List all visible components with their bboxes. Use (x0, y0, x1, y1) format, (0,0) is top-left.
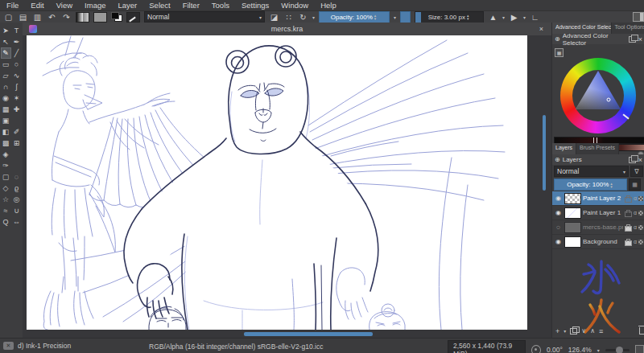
menu-file[interactable]: File (6, 1, 19, 10)
thumbnail-size-icon[interactable]: ▦ (629, 179, 641, 191)
zoom-value[interactable]: 126.4% (568, 346, 592, 353)
selector-settings-icon[interactable]: ▦ (555, 48, 564, 57)
tool-color-sampler-icon[interactable]: ✐ (11, 126, 22, 138)
layer-lock-icon[interactable] (625, 197, 632, 203)
menu-window[interactable]: Window (281, 1, 308, 10)
layer-name[interactable]: Background (583, 238, 623, 245)
brush-size-slider[interactable]: Size: 3.00 px ▴▾ (415, 11, 484, 23)
tool-gradient-icon[interactable]: ◧ (1, 126, 11, 138)
tool-freehand-path-icon[interactable]: ʃ (11, 81, 22, 92)
tool-multibrush-icon[interactable]: ✶ (11, 92, 22, 104)
tool-smart-patch-icon[interactable]: ⊞ (11, 138, 22, 149)
layer-thumbnail[interactable] (564, 193, 581, 204)
foreground-background-colors[interactable] (111, 12, 122, 22)
move-layer-up-icon[interactable]: ∧ (590, 327, 595, 335)
menu-image[interactable]: Image (85, 1, 105, 10)
color-wheel[interactable] (560, 58, 636, 133)
delete-layer-icon[interactable] (639, 327, 644, 335)
tool-magnetic-select-icon[interactable]: ∪ (11, 205, 22, 216)
tool-rectangle-icon[interactable]: ▭ (1, 59, 11, 70)
move-layer-down-icon[interactable]: ∨ (581, 327, 586, 335)
inherit-alpha-icon[interactable]: α (634, 195, 637, 201)
tool-calligraphy-icon[interactable]: ✒ (11, 36, 22, 47)
menu-settings[interactable]: Settings (242, 1, 269, 10)
layer-lock-icon[interactable] (625, 226, 632, 232)
tool-bezier-curve-icon[interactable]: ∩ (1, 81, 11, 92)
document-titlebar[interactable]: mercs.kra × (23, 23, 551, 35)
tab-layers[interactable]: Layers (552, 143, 576, 154)
reload-preset-icon[interactable]: ↻ (298, 12, 308, 22)
add-layer-button[interactable]: + (555, 327, 559, 335)
chevron-down-icon[interactable]: ▾ (394, 14, 396, 20)
layer-filter-icon[interactable]: ∇ (630, 166, 643, 177)
eraser-mode-icon[interactable]: ◪ (269, 12, 279, 22)
brush-editor-icon[interactable] (126, 12, 140, 23)
tool-polyline-icon[interactable]: ∿ (11, 70, 22, 81)
workspace-chooser-icon[interactable] (633, 12, 644, 22)
layer-properties-icon[interactable]: ≡ (599, 327, 603, 335)
close-icon[interactable]: × (638, 156, 642, 164)
preserve-alpha-icon[interactable]: ∷ (283, 12, 294, 22)
layer-opacity-slider[interactable]: Opacity: 100% ▴▾ (554, 179, 627, 191)
tool-bezier-select-icon[interactable]: ≈ (1, 205, 11, 216)
duplicate-layer-icon[interactable] (570, 328, 577, 335)
layer-lock-icon[interactable] (625, 240, 632, 246)
mirror-icon[interactable]: ▲ (488, 12, 498, 22)
brush-preset-label[interactable]: d) Ink-1 Precision (18, 342, 71, 350)
layer-thumbnail[interactable] (564, 222, 581, 233)
menu-select[interactable]: Select (149, 1, 170, 10)
menu-help[interactable]: Help (320, 1, 336, 10)
menu-edit[interactable]: Edit (31, 1, 43, 10)
alpha-lock-icon[interactable] (638, 211, 643, 215)
tool-pan-icon[interactable]: ⇔ (11, 216, 22, 228)
selection-indicator-icon[interactable]: ✕ (3, 342, 14, 350)
tool-ellipse-select-icon[interactable]: ◌ (11, 171, 22, 183)
chevron-down-icon[interactable]: ▾ (502, 14, 505, 20)
tool-magic-wand-select-icon[interactable]: ☆ (1, 194, 11, 205)
drawing-canvas[interactable] (27, 35, 527, 330)
chevron-down-icon[interactable]: ▾ (523, 14, 526, 20)
rotation-value[interactable]: 0.00° (547, 346, 563, 353)
colorspace-label[interactable]: RGB/Alpha (16-bit integer/channel) sRGB-… (149, 343, 323, 351)
layer-row[interactable]: ◌mercs-base.pngα (552, 220, 644, 235)
tool-edit-shapes-icon[interactable]: ↖ (1, 36, 11, 47)
layer-row[interactable]: ◉Paint Layer 1α (552, 206, 644, 220)
tool-select-shapes-icon[interactable]: ➤ (1, 25, 11, 36)
chevron-down-icon[interactable]: ▾ (564, 328, 566, 334)
inherit-alpha-icon[interactable]: α (634, 210, 637, 215)
vertical-scrollbar[interactable] (543, 115, 546, 191)
chevron-down-icon[interactable]: ▾ (597, 347, 600, 353)
tool-transform-icon[interactable]: ▦ (1, 104, 11, 115)
opacity-slider[interactable]: Opacity: 100% ▴▾ (319, 11, 390, 23)
tool-similar-select-icon[interactable]: ◎ (11, 194, 22, 205)
alpha-lock-icon[interactable] (638, 240, 643, 244)
layer-thumbnail[interactable] (564, 207, 581, 219)
undo-icon[interactable]: ↶ (47, 12, 57, 22)
pattern-swatch[interactable] (93, 12, 107, 23)
alpha-lock-icon[interactable] (638, 225, 643, 230)
layer-thumbnail[interactable] (564, 236, 581, 248)
tool-freehand-select-icon[interactable]: ϱ (11, 183, 22, 194)
alpha-lock-icon[interactable] (638, 196, 643, 201)
save-icon[interactable]: ▥ (32, 12, 43, 22)
color-selector-header[interactable]: ⊕ Advanced Color Selector × (552, 34, 644, 44)
inherit-alpha-icon[interactable]: α (634, 224, 637, 230)
visibility-eye-icon[interactable]: ◉ (554, 195, 563, 202)
canvas-only-mode-icon[interactable] (635, 345, 644, 353)
spinner-arrows-icon[interactable]: ▴▾ (465, 14, 471, 20)
tool-line-icon[interactable]: ╱ (11, 47, 22, 59)
layer-lock-icon[interactable] (625, 211, 632, 217)
canvas-rotation-icon[interactable] (531, 345, 541, 353)
chevron-down-icon[interactable]: ▾ (312, 14, 315, 20)
tab-brush-presets[interactable]: Brush Presets (576, 143, 619, 154)
tool-text-icon[interactable]: T (11, 25, 22, 36)
tool-polygon-icon[interactable]: ▱ (1, 70, 11, 81)
menu-view[interactable]: View (56, 1, 72, 10)
float-icon[interactable] (629, 36, 636, 43)
spinner-arrows-icon[interactable]: ▴▾ (609, 182, 614, 188)
tool-assistants-icon[interactable]: ✑ (1, 160, 11, 171)
layer-name[interactable]: Paint Layer 2 (583, 195, 623, 202)
float-icon[interactable] (629, 157, 636, 163)
menu-layer[interactable]: Layer (118, 1, 138, 10)
trim-icon[interactable]: ∟ (530, 12, 540, 22)
